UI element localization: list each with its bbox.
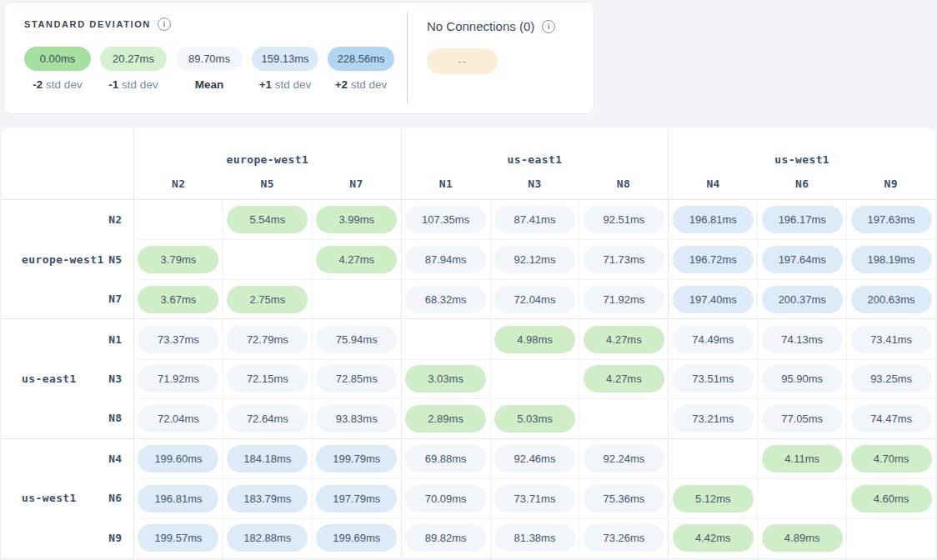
- latency-pill[interactable]: 4.70ms: [851, 445, 932, 472]
- latency-pill[interactable]: 197.64ms: [762, 246, 843, 273]
- latency-pill[interactable]: 196.17ms: [762, 206, 843, 233]
- latency-pill[interactable]: 92.46ms: [494, 445, 575, 472]
- latency-pill[interactable]: 196.81ms: [138, 485, 218, 512]
- latency-pill[interactable]: 72.04ms: [494, 286, 575, 313]
- latency-pill[interactable]: 4.98ms: [494, 326, 575, 353]
- info-icon[interactable]: i: [158, 18, 171, 31]
- latency-pill[interactable]: 199.57ms: [138, 524, 218, 552]
- latency-pill[interactable]: 3.99ms: [316, 206, 397, 233]
- latency-pill[interactable]: 71.73ms: [584, 246, 664, 273]
- latency-pill[interactable]: 197.63ms: [851, 206, 932, 233]
- latency-pill[interactable]: 2.89ms: [405, 405, 486, 432]
- latency-pill[interactable]: 107.35ms: [405, 206, 486, 233]
- latency-cell: 2.89ms: [401, 399, 490, 438]
- latency-pill[interactable]: 2.75ms: [227, 286, 308, 313]
- latency-pill[interactable]: 72.04ms: [138, 405, 218, 432]
- latency-cell: 73.51ms: [668, 360, 757, 398]
- latency-pill[interactable]: 72.64ms: [227, 405, 308, 432]
- latency-cell: 73.21ms: [668, 399, 757, 438]
- latency-cell: 4.89ms: [757, 519, 846, 558]
- latency-pill[interactable]: 81.38ms: [494, 524, 575, 552]
- latency-pill[interactable]: 72.15ms: [227, 365, 308, 392]
- latency-pill[interactable]: 73.41ms: [851, 326, 932, 353]
- latency-pill[interactable]: 200.37ms: [762, 286, 843, 313]
- latency-pill[interactable]: 95.90ms: [762, 365, 843, 392]
- latency-pill[interactable]: 73.37ms: [138, 326, 218, 353]
- latency-pill[interactable]: 3.03ms: [405, 365, 486, 392]
- latency-pill[interactable]: 184.18ms: [227, 445, 308, 472]
- latency-pill[interactable]: 200.63ms: [851, 286, 932, 313]
- latency-pill[interactable]: 4.89ms: [762, 524, 843, 552]
- latency-pill[interactable]: 182.88ms: [227, 524, 308, 552]
- latency-pill[interactable]: 93.25ms: [851, 365, 932, 392]
- latency-pill[interactable]: 197.40ms: [673, 286, 754, 313]
- latency-pill[interactable]: 199.60ms: [138, 445, 218, 472]
- latency-cell: 72.79ms: [223, 319, 312, 358]
- no-connections-title: No Connections (0): [427, 19, 534, 33]
- latency-pill[interactable]: 87.94ms: [405, 246, 486, 273]
- latency-cell: 4.27ms: [312, 240, 401, 278]
- col-node-header-N3: N3: [490, 178, 579, 190]
- latency-cell: [757, 479, 846, 518]
- latency-pill[interactable]: 198.19ms: [851, 246, 932, 273]
- latency-pill[interactable]: 92.24ms: [584, 445, 664, 472]
- info-icon[interactable]: i: [542, 20, 555, 33]
- row-node-label: N1: [108, 333, 122, 346]
- latency-pill[interactable]: 4.27ms: [316, 246, 397, 273]
- latency-pill[interactable]: 4.27ms: [584, 326, 664, 353]
- latency-pill[interactable]: 73.26ms: [584, 524, 664, 552]
- latency-pill[interactable]: 5.12ms: [673, 485, 754, 512]
- latency-pill[interactable]: 5.03ms: [494, 405, 575, 432]
- latency-pill[interactable]: 199.69ms: [316, 524, 397, 552]
- legend-chip-label: Mean: [176, 78, 243, 91]
- latency-cell: 3.79ms: [133, 240, 223, 278]
- latency-pill[interactable]: 196.72ms: [673, 246, 754, 273]
- latency-pill[interactable]: 89.82ms: [405, 524, 486, 552]
- latency-pill[interactable]: 70.09ms: [405, 485, 486, 512]
- latency-pill[interactable]: 197.79ms: [316, 485, 397, 512]
- latency-pill[interactable]: 69.88ms: [405, 445, 486, 472]
- latency-pill[interactable]: 73.21ms: [673, 405, 754, 432]
- latency-pill[interactable]: 71.92ms: [138, 365, 218, 392]
- row-label: europe-west1N5: [2, 239, 133, 278]
- latency-cell: 4.27ms: [579, 319, 668, 358]
- latency-pill[interactable]: 199.79ms: [316, 445, 397, 472]
- latency-pill[interactable]: 4.27ms: [584, 365, 664, 392]
- latency-pill[interactable]: 75.36ms: [584, 485, 664, 512]
- latency-cell: 72.64ms: [223, 399, 312, 438]
- latency-pill[interactable]: 3.67ms: [138, 286, 218, 313]
- latency-pill[interactable]: 74.49ms: [673, 326, 754, 353]
- latency-pill[interactable]: 4.42ms: [673, 524, 754, 552]
- latency-pill[interactable]: 196.81ms: [673, 206, 754, 233]
- latency-pill[interactable]: 92.51ms: [584, 206, 664, 233]
- table-row: N73.67ms2.75ms68.32ms72.04ms71.92ms197.4…: [2, 279, 935, 318]
- latency-pill[interactable]: 73.51ms: [673, 365, 754, 392]
- std-dev-legend: STANDARD DEVIATION i 0.00ms20.27ms89.70m…: [24, 16, 394, 91]
- table-row: N25.54ms3.99ms107.35ms87.41ms92.51ms196.…: [2, 200, 935, 239]
- latency-cell: 87.41ms: [490, 200, 579, 239]
- latency-cell: 196.81ms: [133, 479, 223, 518]
- latency-pill[interactable]: 72.79ms: [227, 326, 308, 353]
- latency-pill[interactable]: 77.05ms: [762, 405, 843, 432]
- latency-cell: 92.24ms: [579, 439, 668, 478]
- latency-pill[interactable]: 68.32ms: [405, 286, 486, 313]
- latency-pill[interactable]: 71.92ms: [584, 286, 664, 313]
- latency-pill[interactable]: 75.94ms: [316, 326, 397, 353]
- latency-pill[interactable]: 87.41ms: [494, 206, 575, 233]
- row-node-label: N6: [108, 492, 122, 504]
- latency-pill[interactable]: 4.11ms: [762, 445, 843, 472]
- latency-cell: 73.37ms: [133, 319, 223, 358]
- latency-pill[interactable]: 92.12ms: [494, 246, 575, 273]
- latency-pill[interactable]: 93.83ms: [316, 405, 397, 432]
- col-node-header-N6: N6: [758, 178, 847, 190]
- latency-pill[interactable]: 183.79ms: [227, 485, 308, 512]
- no-connections-chip: --: [427, 48, 498, 74]
- latency-pill[interactable]: 72.85ms: [316, 365, 397, 392]
- latency-pill[interactable]: 74.47ms: [851, 405, 932, 432]
- latency-pill[interactable]: 5.54ms: [227, 206, 308, 233]
- latency-pill[interactable]: 73.71ms: [494, 485, 575, 512]
- latency-pill[interactable]: 74.13ms: [762, 326, 843, 353]
- latency-cell: 183.79ms: [223, 479, 312, 518]
- latency-pill[interactable]: 4.60ms: [851, 485, 932, 512]
- latency-pill[interactable]: 3.79ms: [138, 246, 218, 273]
